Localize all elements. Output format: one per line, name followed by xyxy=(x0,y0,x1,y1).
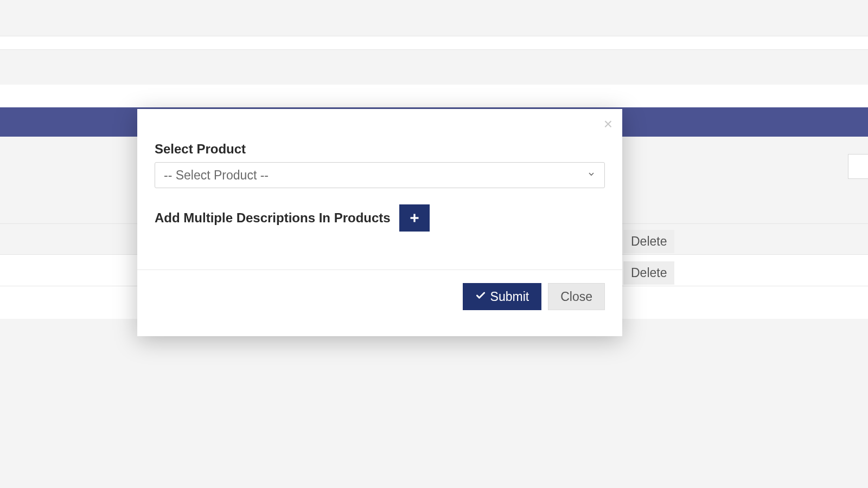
add-description-button[interactable] xyxy=(399,204,430,232)
delete-button-label: Delete xyxy=(631,234,667,248)
add-descriptions-label: Add Multiple Descriptions In Products xyxy=(155,210,391,226)
add-descriptions-row: Add Multiple Descriptions In Products xyxy=(155,204,605,232)
close-button-label: Close xyxy=(560,290,592,304)
page-spacer-2 xyxy=(0,85,868,107)
svg-rect-1 xyxy=(410,217,418,219)
modal-footer: Submit Close xyxy=(137,269,622,336)
submit-button-label: Submit xyxy=(490,290,529,304)
delete-button[interactable]: Delete xyxy=(623,230,674,253)
submit-button[interactable]: Submit xyxy=(463,283,542,310)
page-toolbar-area xyxy=(0,49,868,85)
search-input[interactable] xyxy=(848,154,868,179)
chevron-down-icon xyxy=(587,170,596,181)
close-icon[interactable]: × xyxy=(604,117,612,132)
page-spacer xyxy=(0,36,868,49)
plus-icon xyxy=(409,213,420,223)
close-button[interactable]: Close xyxy=(548,283,605,310)
modal-body: Select Product -- Select Product -- Add … xyxy=(137,138,622,269)
close-icon-glyph: × xyxy=(604,115,612,132)
page-header-area xyxy=(0,0,868,36)
select-product-dropdown[interactable]: -- Select Product -- xyxy=(155,162,605,188)
delete-button[interactable]: Delete xyxy=(623,261,674,285)
check-icon xyxy=(475,290,486,304)
delete-button-label: Delete xyxy=(631,266,667,280)
select-product-label: Select Product xyxy=(155,142,605,157)
select-product-value: -- Select Product -- xyxy=(164,168,587,183)
product-modal: × Select Product -- Select Product -- Ad… xyxy=(137,109,622,336)
modal-header: × xyxy=(137,109,622,138)
